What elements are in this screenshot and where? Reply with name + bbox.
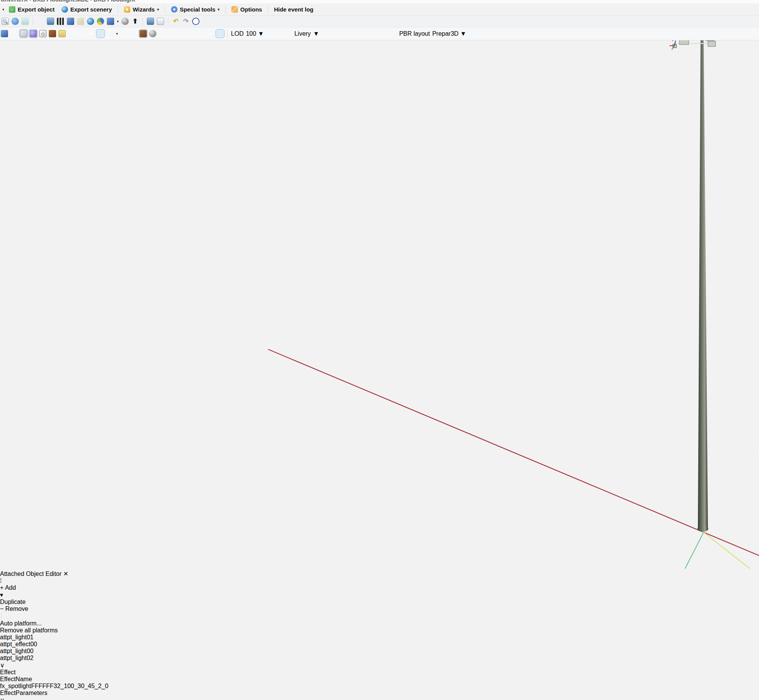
gear-icon xyxy=(171,6,178,13)
undo-icon[interactable]: ↶ xyxy=(172,18,179,25)
effects-icon[interactable] xyxy=(30,30,37,37)
ground-poly-icon[interactable] xyxy=(68,30,75,37)
hide-event-log-button[interactable]: Hide event log xyxy=(272,5,316,13)
duplicate-button[interactable]: Duplicate xyxy=(0,599,759,605)
panel-icon[interactable] xyxy=(1,30,8,37)
property-row-effectparameters[interactable]: EffectParameters xyxy=(0,690,759,697)
lod-merge-icon[interactable]: H↔D xyxy=(78,30,85,37)
3d-viewport[interactable] xyxy=(0,0,759,570)
dialog-body: attpt_light01 attpt_effect00 attpt_light… xyxy=(0,634,759,700)
add-dropdown-chevron-icon[interactable]: ▾ xyxy=(0,592,3,598)
lod-label: LOD xyxy=(231,30,244,37)
crate-icon[interactable] xyxy=(140,30,147,37)
note-icon[interactable] xyxy=(58,30,66,37)
property-section-effect[interactable]: ∨ Effect xyxy=(0,662,759,676)
image-export-icon[interactable] xyxy=(47,18,54,25)
delete-cross-icon[interactable]: ✕ xyxy=(87,30,95,37)
list-item[interactable]: attpt_light02 xyxy=(0,655,759,662)
green-axis-line xyxy=(639,533,703,569)
close-icon[interactable]: ✕ xyxy=(63,571,68,577)
toolbar-overflow-chevron-icon[interactable]: ▾ xyxy=(2,7,4,12)
redo-icon[interactable]: ↷ xyxy=(182,18,189,25)
ground-chart-icon[interactable] xyxy=(10,30,18,37)
image-viewer-icon[interactable] xyxy=(147,18,154,25)
refresh-icon[interactable]: ⇄ xyxy=(207,30,214,37)
wireframe-box-icon[interactable]: ◇ xyxy=(39,30,47,37)
crate-texture-icon[interactable] xyxy=(49,30,56,37)
globe-icon xyxy=(61,6,68,13)
separator xyxy=(165,6,165,13)
scene-export-icon[interactable] xyxy=(67,18,74,25)
apple-icon[interactable] xyxy=(216,30,224,37)
batch-export-icon[interactable] xyxy=(107,18,114,25)
remove-button[interactable]: − Remove xyxy=(0,605,759,612)
list-item[interactable]: attpt_light01 xyxy=(0,634,759,641)
options-button[interactable]: Options xyxy=(229,5,264,13)
export-scenery-button[interactable]: Export scenery xyxy=(59,5,114,13)
attach-tool-icon[interactable] xyxy=(159,30,166,37)
effectname-value[interactable]: fx_spotlightFFFFFF32_100_30_45_2_0 xyxy=(0,683,759,690)
yellow-axis-line xyxy=(703,531,759,569)
chevron-down-icon: ▾ xyxy=(157,7,159,12)
attach-point-list[interactable]: attpt_light01 attpt_effect00 attpt_light… xyxy=(0,634,759,662)
list-item[interactable]: attpt_effect00 xyxy=(0,641,759,648)
box-disabled-icon xyxy=(77,18,84,25)
property-section-general[interactable]: ∨ General xyxy=(0,697,759,700)
collapse-chevron-icon[interactable]: ∨ xyxy=(0,697,759,700)
hierarchy-icon[interactable] xyxy=(22,18,29,25)
elevate-icon[interactable]: ⬆ xyxy=(131,18,139,25)
separator xyxy=(118,6,118,13)
add-icon: + xyxy=(0,584,3,591)
dark-sphere-icon[interactable] xyxy=(149,30,156,37)
livery-label: Livery xyxy=(294,30,311,37)
secondary-toolbar: 🔍 ▾ ⬆ ↶ ↷ xyxy=(0,16,759,27)
ground-grid xyxy=(0,56,759,569)
remove-icon: − xyxy=(0,605,3,612)
checker-ball-icon[interactable] xyxy=(168,30,176,37)
export-house-icon: ⌂ xyxy=(9,6,15,13)
camera-icon[interactable] xyxy=(106,30,114,37)
texture-preview-icon[interactable]: 🔍 xyxy=(2,18,9,25)
filmstrip-icon[interactable] xyxy=(57,18,64,25)
splash-icon[interactable] xyxy=(188,30,195,37)
dialog-titlebar[interactable]: Attached Object Editor ✕ xyxy=(0,570,759,577)
property-grid: ∨ Effect EffectName fx_spotlightFFFFFF32… xyxy=(0,662,759,700)
leaf-icon[interactable] xyxy=(178,30,185,37)
view-toolbar: ◇ H↔D ✕ ▾ ⇄ LOD 100 ▼ Livery ▼ PBR layou… xyxy=(0,27,759,40)
pbr-layout-combo[interactable]: Prepar3D ▼ xyxy=(432,30,482,37)
export-object-button[interactable]: ⌂ Export object xyxy=(7,5,57,13)
crossed-tools-icon[interactable] xyxy=(97,30,104,37)
wand-icon: ✦ xyxy=(124,6,130,13)
chevron-down-icon[interactable]: ▾ xyxy=(116,32,118,36)
viewport-scene xyxy=(0,0,759,569)
wizards-menu-button[interactable]: ✦ Wizards ▾ xyxy=(121,5,161,13)
window-title: onverterX - DXB Floodlight.MDL - DXB Flo… xyxy=(1,0,135,3)
dialog-toolbar: ⁞ + Add ▾ Duplicate − Remove Auto platfo… xyxy=(0,577,759,634)
visibility-eye-icon[interactable] xyxy=(197,30,204,37)
property-row-effectname[interactable]: EffectName fx_spotlightFFFFFF32_100_30_4… xyxy=(0,676,759,690)
chevron-down-icon: ▼ xyxy=(313,30,319,37)
animation-icon[interactable] xyxy=(37,18,44,25)
collapse-chevron-icon[interactable]: ∨ xyxy=(0,662,759,669)
statistics-pie-icon[interactable] xyxy=(97,18,104,25)
add-button[interactable]: + Add xyxy=(0,584,759,591)
auto-platform-button[interactable]: Auto platform... xyxy=(0,620,759,627)
pbr-layout-label: PBR layout xyxy=(399,30,430,37)
material-sphere-icon[interactable] xyxy=(121,18,129,25)
history-clock-icon[interactable] xyxy=(192,18,199,25)
chevron-down-icon: ▼ xyxy=(460,30,467,37)
attached-object-editor-dialog: Attached Object Editor ✕ ⁞ + Add ▾ Dupli… xyxy=(0,570,759,700)
vase-icon[interactable] xyxy=(130,30,137,37)
remove-all-platforms-button[interactable]: Remove all platforms xyxy=(0,627,759,634)
dialog-title: Attached Object Editor xyxy=(0,571,61,577)
gray-atom-icon[interactable] xyxy=(120,30,128,37)
lod-combo[interactable]: 100 ▼ xyxy=(246,30,292,37)
chevron-down-icon[interactable]: ▾ xyxy=(117,19,119,23)
special-tools-menu-button[interactable]: Special tools ▾ xyxy=(169,5,222,13)
attach-editor-icon[interactable] xyxy=(20,30,27,37)
list-item[interactable]: attpt_light00 xyxy=(0,648,759,655)
form-editor-icon[interactable] xyxy=(157,18,164,25)
livery-combo[interactable]: ▼ xyxy=(313,30,397,37)
placemark-icon[interactable] xyxy=(12,18,19,25)
globe-icon[interactable] xyxy=(87,18,94,25)
